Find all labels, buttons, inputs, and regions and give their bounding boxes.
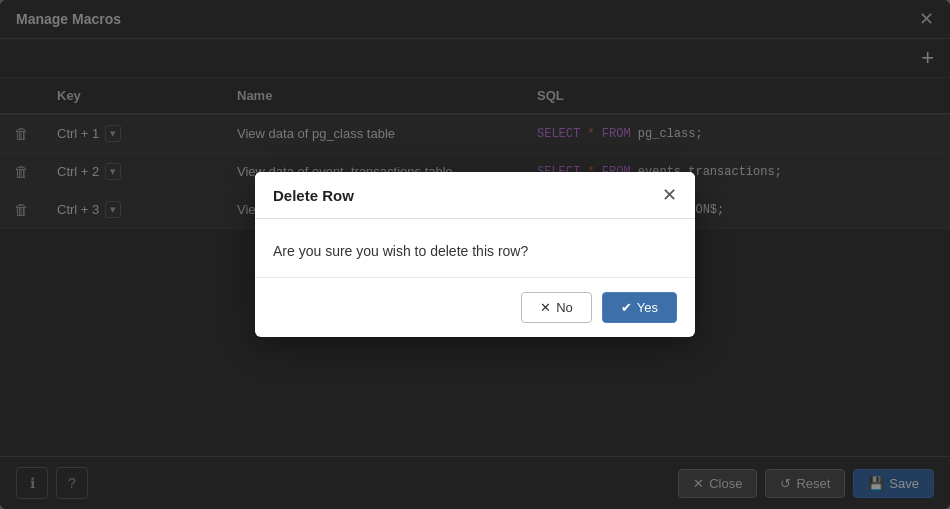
confirm-close-button[interactable]: ✕ <box>662 186 677 204</box>
manage-macros-dialog: Manage Macros ✕ + Key Name SQL 🗑Ctrl + 1… <box>0 0 950 509</box>
confirm-yes-button[interactable]: ✔ Yes <box>602 292 677 323</box>
no-label: No <box>556 300 573 315</box>
confirm-title: Delete Row <box>273 187 354 204</box>
yes-icon: ✔ <box>621 300 632 315</box>
confirm-header: Delete Row ✕ <box>255 172 695 219</box>
confirm-footer: ✕ No ✔ Yes <box>255 277 695 337</box>
confirm-no-button[interactable]: ✕ No <box>521 292 592 323</box>
confirm-body: Are you sure you wish to delete this row… <box>255 219 695 277</box>
confirm-message: Are you sure you wish to delete this row… <box>273 243 528 259</box>
overlay: Delete Row ✕ Are you sure you wish to de… <box>0 0 950 509</box>
no-icon: ✕ <box>540 300 551 315</box>
confirm-dialog: Delete Row ✕ Are you sure you wish to de… <box>255 172 695 337</box>
yes-label: Yes <box>637 300 658 315</box>
